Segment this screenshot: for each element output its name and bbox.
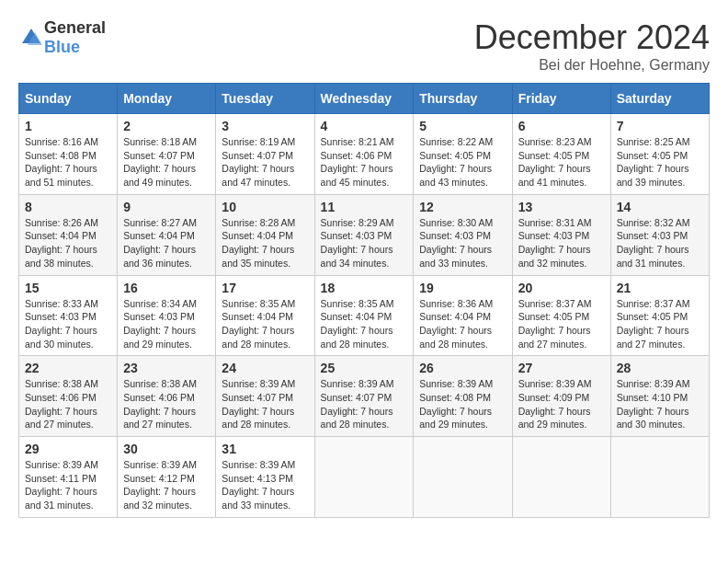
calendar-cell: 23 Sunrise: 8:38 AM Sunset: 4:06 PM Dayl… (118, 356, 216, 437)
day-number: 25 (321, 361, 408, 375)
calendar-cell (512, 437, 610, 518)
day-number: 6 (518, 119, 605, 133)
day-info: Sunrise: 8:29 AM Sunset: 4:03 PM Dayligh… (321, 216, 408, 270)
calendar-cell: 25 Sunrise: 8:39 AM Sunset: 4:07 PM Dayl… (314, 356, 414, 437)
calendar-cell: 27 Sunrise: 8:39 AM Sunset: 4:09 PM Dayl… (512, 356, 610, 437)
day-number: 14 (617, 200, 703, 214)
day-info: Sunrise: 8:39 AM Sunset: 4:07 PM Dayligh… (222, 377, 308, 431)
day-header-wednesday: Wednesday (314, 84, 414, 114)
calendar-cell (610, 437, 709, 518)
day-info: Sunrise: 8:22 AM Sunset: 4:05 PM Dayligh… (419, 135, 506, 190)
day-info: Sunrise: 8:32 AM Sunset: 4:03 PM Dayligh… (617, 216, 703, 270)
day-number: 17 (222, 281, 308, 295)
calendar-cell: 21 Sunrise: 8:37 AM Sunset: 4:05 PM Dayl… (610, 275, 709, 356)
day-info: Sunrise: 8:16 AM Sunset: 4:08 PM Dayligh… (25, 135, 111, 190)
day-info: Sunrise: 8:38 AM Sunset: 4:06 PM Dayligh… (123, 377, 210, 431)
location-subtitle: Bei der Hoehne, Germany (474, 57, 710, 74)
day-header-tuesday: Tuesday (216, 84, 314, 114)
calendar-week-row: 1 Sunrise: 8:16 AM Sunset: 4:08 PM Dayli… (19, 114, 710, 195)
calendar-cell: 30 Sunrise: 8:39 AM Sunset: 4:12 PM Dayl… (118, 437, 216, 518)
day-info: Sunrise: 8:39 AM Sunset: 4:08 PM Dayligh… (419, 377, 506, 431)
calendar-cell: 3 Sunrise: 8:19 AM Sunset: 4:07 PM Dayli… (216, 114, 314, 195)
day-number: 27 (518, 361, 605, 375)
calendar-cell: 17 Sunrise: 8:35 AM Sunset: 4:04 PM Dayl… (216, 275, 314, 356)
calendar-cell: 19 Sunrise: 8:36 AM Sunset: 4:04 PM Dayl… (414, 275, 512, 356)
day-info: Sunrise: 8:39 AM Sunset: 4:09 PM Dayligh… (518, 377, 605, 431)
calendar-cell: 9 Sunrise: 8:27 AM Sunset: 4:04 PM Dayli… (118, 194, 216, 275)
calendar-cell: 31 Sunrise: 8:39 AM Sunset: 4:13 PM Dayl… (216, 437, 314, 518)
day-info: Sunrise: 8:35 AM Sunset: 4:04 PM Dayligh… (321, 297, 408, 351)
day-number: 11 (321, 200, 408, 214)
calendar-cell: 5 Sunrise: 8:22 AM Sunset: 4:05 PM Dayli… (414, 114, 512, 195)
day-number: 26 (419, 361, 506, 375)
calendar-cell: 6 Sunrise: 8:23 AM Sunset: 4:05 PM Dayli… (512, 114, 610, 195)
calendar-cell: 29 Sunrise: 8:39 AM Sunset: 4:11 PM Dayl… (19, 437, 118, 518)
day-number: 31 (222, 442, 308, 456)
day-number: 7 (617, 119, 703, 133)
day-number: 4 (321, 119, 408, 133)
day-info: Sunrise: 8:38 AM Sunset: 4:06 PM Dayligh… (25, 377, 111, 431)
calendar-cell: 16 Sunrise: 8:34 AM Sunset: 4:03 PM Dayl… (118, 275, 216, 356)
day-header-saturday: Saturday (610, 84, 709, 114)
calendar-cell: 14 Sunrise: 8:32 AM Sunset: 4:03 PM Dayl… (610, 194, 709, 275)
day-header-friday: Friday (512, 84, 610, 114)
calendar-cell: 2 Sunrise: 8:18 AM Sunset: 4:07 PM Dayli… (118, 114, 216, 195)
day-info: Sunrise: 8:34 AM Sunset: 4:03 PM Dayligh… (123, 297, 210, 351)
day-info: Sunrise: 8:23 AM Sunset: 4:05 PM Dayligh… (518, 135, 605, 190)
logo-icon (18, 25, 44, 51)
calendar-cell: 10 Sunrise: 8:28 AM Sunset: 4:04 PM Dayl… (216, 194, 314, 275)
logo: General Blue (18, 18, 106, 57)
day-number: 5 (419, 119, 506, 133)
day-number: 10 (222, 200, 308, 214)
day-number: 8 (25, 200, 111, 214)
calendar-cell: 26 Sunrise: 8:39 AM Sunset: 4:08 PM Dayl… (414, 356, 512, 437)
day-info: Sunrise: 8:30 AM Sunset: 4:03 PM Dayligh… (419, 216, 506, 270)
day-info: Sunrise: 8:21 AM Sunset: 4:06 PM Dayligh… (321, 135, 408, 190)
title-section: December 2024 Bei der Hoehne, Germany (474, 18, 710, 74)
day-number: 21 (617, 281, 703, 295)
day-info: Sunrise: 8:37 AM Sunset: 4:05 PM Dayligh… (617, 297, 703, 351)
calendar-cell: 12 Sunrise: 8:30 AM Sunset: 4:03 PM Dayl… (414, 194, 512, 275)
day-number: 13 (518, 200, 605, 214)
day-number: 22 (25, 361, 111, 375)
calendar-cell: 7 Sunrise: 8:25 AM Sunset: 4:05 PM Dayli… (610, 114, 709, 195)
day-info: Sunrise: 8:39 AM Sunset: 4:12 PM Dayligh… (123, 458, 210, 512)
day-info: Sunrise: 8:36 AM Sunset: 4:04 PM Dayligh… (419, 297, 506, 351)
day-number: 24 (222, 361, 308, 375)
day-number: 16 (123, 281, 210, 295)
day-info: Sunrise: 8:19 AM Sunset: 4:07 PM Dayligh… (222, 135, 308, 190)
calendar-cell: 13 Sunrise: 8:31 AM Sunset: 4:03 PM Dayl… (512, 194, 610, 275)
day-info: Sunrise: 8:39 AM Sunset: 4:11 PM Dayligh… (25, 458, 111, 512)
day-header-monday: Monday (118, 84, 216, 114)
day-info: Sunrise: 8:37 AM Sunset: 4:05 PM Dayligh… (518, 297, 605, 351)
day-number: 1 (25, 119, 111, 133)
calendar-cell: 22 Sunrise: 8:38 AM Sunset: 4:06 PM Dayl… (19, 356, 118, 437)
calendar-week-row: 22 Sunrise: 8:38 AM Sunset: 4:06 PM Dayl… (19, 356, 710, 437)
day-info: Sunrise: 8:39 AM Sunset: 4:07 PM Dayligh… (321, 377, 408, 431)
calendar-cell: 20 Sunrise: 8:37 AM Sunset: 4:05 PM Dayl… (512, 275, 610, 356)
day-number: 30 (123, 442, 210, 456)
calendar-week-row: 8 Sunrise: 8:26 AM Sunset: 4:04 PM Dayli… (19, 194, 710, 275)
day-number: 3 (222, 119, 308, 133)
calendar-cell: 8 Sunrise: 8:26 AM Sunset: 4:04 PM Dayli… (19, 194, 118, 275)
day-number: 12 (419, 200, 506, 214)
day-number: 20 (518, 281, 605, 295)
day-number: 19 (419, 281, 506, 295)
day-info: Sunrise: 8:39 AM Sunset: 4:13 PM Dayligh… (222, 458, 308, 512)
calendar-cell: 28 Sunrise: 8:39 AM Sunset: 4:10 PM Dayl… (610, 356, 709, 437)
day-info: Sunrise: 8:25 AM Sunset: 4:05 PM Dayligh… (617, 135, 703, 190)
calendar-cell: 24 Sunrise: 8:39 AM Sunset: 4:07 PM Dayl… (216, 356, 314, 437)
calendar-cell: 4 Sunrise: 8:21 AM Sunset: 4:06 PM Dayli… (314, 114, 414, 195)
calendar-cell: 18 Sunrise: 8:35 AM Sunset: 4:04 PM Dayl… (314, 275, 414, 356)
day-number: 28 (617, 361, 703, 375)
day-info: Sunrise: 8:28 AM Sunset: 4:04 PM Dayligh… (222, 216, 308, 270)
day-info: Sunrise: 8:26 AM Sunset: 4:04 PM Dayligh… (25, 216, 111, 270)
calendar-cell: 15 Sunrise: 8:33 AM Sunset: 4:03 PM Dayl… (19, 275, 118, 356)
day-info: Sunrise: 8:39 AM Sunset: 4:10 PM Dayligh… (617, 377, 703, 431)
day-info: Sunrise: 8:35 AM Sunset: 4:04 PM Dayligh… (222, 297, 308, 351)
calendar-cell (314, 437, 414, 518)
day-header-thursday: Thursday (414, 84, 512, 114)
day-number: 29 (25, 442, 111, 456)
calendar-table: SundayMondayTuesdayWednesdayThursdayFrid… (18, 83, 710, 518)
day-number: 18 (321, 281, 408, 295)
